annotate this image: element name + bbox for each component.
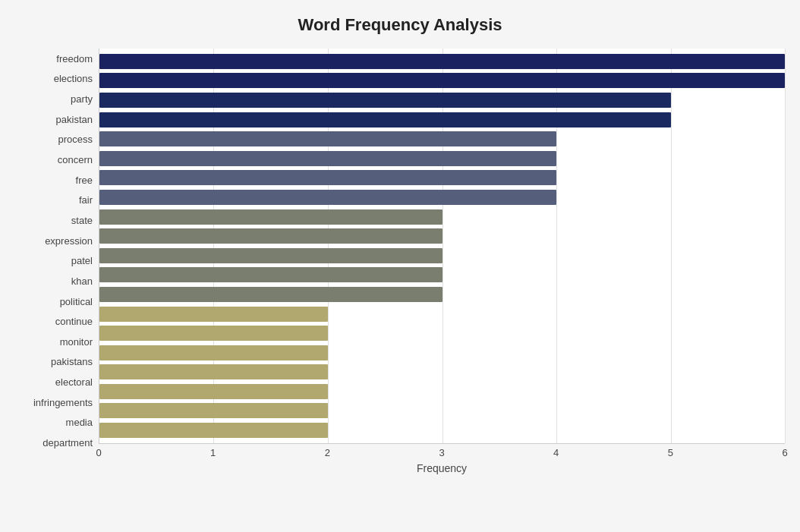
bar	[99, 112, 671, 127]
bar	[99, 267, 443, 282]
bar-row	[99, 92, 785, 109]
bar-row	[99, 228, 785, 244]
y-label: continue	[55, 312, 93, 332]
bar-row	[99, 383, 785, 400]
bar	[99, 403, 328, 418]
bar	[99, 384, 328, 399]
bar-row	[99, 325, 785, 342]
y-label: monitor	[60, 332, 93, 351]
y-label: state	[71, 210, 93, 230]
y-label: patel	[71, 251, 93, 271]
y-label: fair	[79, 190, 93, 210]
y-label: elections	[54, 69, 93, 89]
bar	[99, 248, 443, 263]
y-label: pakistans	[51, 352, 93, 372]
bar-row	[99, 402, 785, 419]
y-label: freedom	[56, 49, 93, 68]
bar	[99, 54, 785, 69]
y-label: khan	[71, 271, 93, 291]
y-label: party	[71, 90, 93, 109]
bar-row	[99, 422, 785, 439]
bottom-section: 0123456 Frequency	[99, 444, 785, 474]
bar	[99, 364, 328, 379]
y-label: department	[43, 433, 93, 452]
bar-row	[99, 306, 785, 323]
x-tick-label: 0	[96, 447, 101, 458]
bar-row	[99, 112, 785, 128]
x-axis: 0123456	[99, 444, 785, 461]
bar	[99, 170, 556, 185]
x-tick-label: 5	[668, 447, 673, 458]
y-label: free	[76, 170, 93, 190]
bar-row	[99, 169, 785, 186]
bar	[99, 228, 443, 244]
bar	[99, 131, 556, 146]
bar-row	[99, 266, 785, 283]
y-label: expression	[45, 231, 93, 250]
bar	[99, 209, 443, 225]
x-tick-label: 4	[553, 447, 559, 458]
bar	[99, 93, 671, 108]
y-label: infringements	[33, 392, 93, 412]
bar-row	[99, 286, 785, 303]
y-label: media	[66, 413, 93, 433]
bar-row	[99, 364, 785, 380]
bar-row	[99, 72, 785, 89]
bars-wrapper	[99, 49, 785, 443]
y-label: pakistan	[56, 109, 93, 129]
x-tick-label: 6	[782, 447, 787, 458]
x-tick-label: 3	[439, 447, 444, 458]
x-axis-label: Frequency	[99, 462, 785, 474]
bar-row	[99, 189, 785, 206]
y-axis: freedomelectionspartypakistanprocessconc…	[15, 49, 99, 474]
bar-row	[99, 345, 785, 361]
bar-row	[99, 150, 785, 167]
bar-row	[99, 209, 785, 225]
chart-area: freedomelectionspartypakistanprocessconc…	[15, 49, 785, 474]
x-tick-label: 2	[325, 447, 330, 458]
bar-row	[99, 53, 785, 70]
bar-row	[99, 247, 785, 264]
bars-and-xaxis: 0123456 Frequency	[99, 49, 785, 474]
x-tick-label: 1	[210, 447, 216, 458]
y-label: electoral	[55, 373, 93, 392]
chart-container: Word Frequency Analysis freedomelections…	[0, 0, 800, 532]
y-label: political	[60, 291, 93, 311]
y-label: process	[58, 130, 93, 150]
grid-line	[785, 49, 786, 443]
bar-row	[99, 131, 785, 147]
y-label: concern	[58, 150, 93, 170]
bar	[99, 345, 328, 360]
bar	[99, 190, 556, 205]
bar	[99, 307, 328, 322]
chart-title: Word Frequency Analysis	[15, 15, 785, 35]
bar	[99, 423, 328, 438]
bar	[99, 151, 556, 166]
bar	[99, 287, 443, 302]
bars-panel	[99, 49, 785, 444]
bar	[99, 326, 328, 341]
bar	[99, 73, 785, 88]
